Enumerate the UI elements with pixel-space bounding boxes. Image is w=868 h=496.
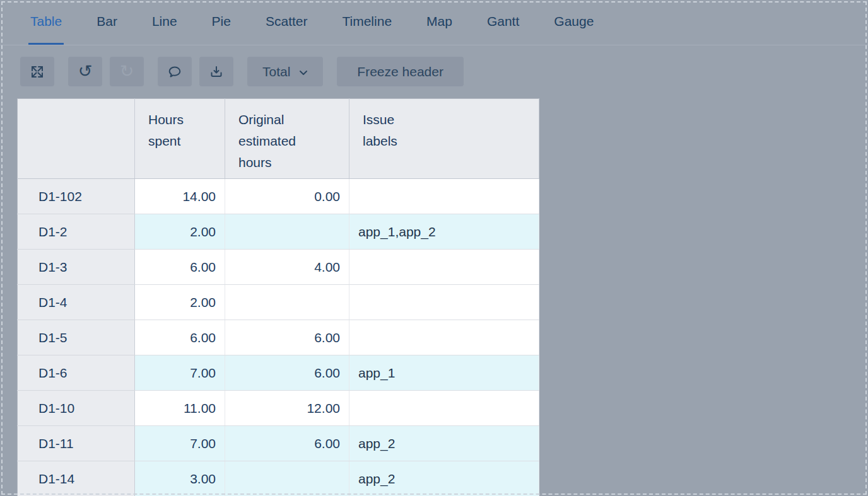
row-key-cell[interactable]: D1-10 <box>18 391 135 426</box>
issue-labels-cell[interactable] <box>349 179 539 214</box>
tab-table[interactable]: Table <box>28 0 64 45</box>
row-key-cell[interactable]: D1-4 <box>18 285 135 320</box>
column-header-issue-labels[interactable]: Issue labels <box>349 99 539 179</box>
tab-label: Timeline <box>342 14 392 29</box>
row-key-cell[interactable]: D1-2 <box>18 214 135 250</box>
tab-map[interactable]: Map <box>425 0 454 45</box>
table-row: D1-102 14.00 0.00 <box>18 179 539 214</box>
estimated-hours-cell[interactable]: 4.00 <box>225 250 349 285</box>
issue-labels-cell[interactable]: app_1 <box>349 355 539 391</box>
expand-button[interactable] <box>20 57 54 86</box>
estimated-hours-cell[interactable]: 12.00 <box>225 391 349 426</box>
estimated-hours-cell[interactable]: 6.00 <box>225 320 349 355</box>
tab-label: Line <box>152 14 177 29</box>
issue-labels-cell[interactable]: app_2 <box>349 461 539 496</box>
tab-bar[interactable]: Bar <box>95 0 119 45</box>
hours-spent-cell[interactable]: 3.00 <box>135 461 225 496</box>
estimated-hours-cell[interactable] <box>225 214 349 250</box>
table-row: D1-14 3.00 app_2 <box>18 461 539 496</box>
undo-icon: ↺ <box>78 63 93 80</box>
issue-labels-cell[interactable] <box>349 285 539 320</box>
tab-line[interactable]: Line <box>150 0 179 45</box>
tab-label: Table <box>30 14 62 29</box>
table-row: D1-6 7.00 6.00 app_1 <box>18 355 539 391</box>
redo-button[interactable]: ↻ <box>110 57 144 86</box>
tab-label: Bar <box>97 14 117 29</box>
issue-labels-cell[interactable] <box>349 320 539 355</box>
header-row: Hours spent Original estimated hours Iss… <box>18 99 539 179</box>
chevron-down-icon <box>299 70 308 76</box>
column-header-original-estimated-hours[interactable]: Original estimated hours <box>225 99 349 179</box>
issue-labels-cell[interactable] <box>349 391 539 426</box>
hours-spent-cell[interactable]: 6.00 <box>135 320 225 355</box>
table-row: D1-2 2.00 app_1,app_2 <box>18 214 539 250</box>
comment-icon <box>167 64 182 79</box>
redo-icon: ↻ <box>120 63 134 80</box>
estimated-hours-cell[interactable] <box>225 285 349 320</box>
tab-gauge[interactable]: Gauge <box>552 0 595 45</box>
report-table: Hours spent Original estimated hours Iss… <box>17 98 539 496</box>
freeze-header-label: Freeze header <box>357 64 443 79</box>
row-key-cell[interactable]: D1-6 <box>18 355 135 391</box>
tab-label: Gantt <box>487 14 519 29</box>
hours-spent-cell[interactable]: 7.00 <box>135 355 225 391</box>
row-key-cell[interactable]: D1-3 <box>18 250 135 285</box>
tab-gantt[interactable]: Gantt <box>485 0 521 45</box>
table-row: D1-10 11.00 12.00 <box>18 391 539 426</box>
tab-scatter[interactable]: Scatter <box>264 0 310 45</box>
tab-label: Scatter <box>266 14 308 29</box>
estimated-hours-cell[interactable]: 0.00 <box>225 179 349 214</box>
row-key-cell[interactable]: D1-5 <box>18 320 135 355</box>
issue-labels-cell[interactable]: app_2 <box>349 426 539 461</box>
issue-labels-cell[interactable]: app_1,app_2 <box>349 214 539 250</box>
tab-pie[interactable]: Pie <box>210 0 233 45</box>
total-dropdown-button[interactable]: Total <box>247 57 323 86</box>
download-icon <box>209 64 224 79</box>
estimated-hours-cell[interactable]: 6.00 <box>225 426 349 461</box>
row-key-cell[interactable]: D1-11 <box>18 426 135 461</box>
table-row: D1-3 6.00 4.00 <box>18 250 539 285</box>
hours-spent-cell[interactable]: 11.00 <box>135 391 225 426</box>
hours-spent-cell[interactable]: 2.00 <box>135 285 225 320</box>
column-header-rowkey[interactable] <box>18 99 135 179</box>
issue-labels-cell[interactable] <box>349 250 539 285</box>
table-row: D1-11 7.00 6.00 app_2 <box>18 426 539 461</box>
hours-spent-cell[interactable]: 7.00 <box>135 426 225 461</box>
freeze-header-button[interactable]: Freeze header <box>337 57 464 86</box>
tab-label: Pie <box>212 14 231 29</box>
table-row: D1-5 6.00 6.00 <box>18 320 539 355</box>
column-header-hours-spent[interactable]: Hours spent <box>135 99 225 179</box>
estimated-hours-cell[interactable] <box>225 461 349 496</box>
tab-label: Gauge <box>554 14 594 29</box>
table-row: D1-4 2.00 <box>18 285 539 320</box>
chart-type-tabbar: Table Bar Line Pie Scatter Timeline Map … <box>0 0 868 45</box>
comment-button[interactable] <box>158 57 192 86</box>
tab-label: Map <box>426 14 452 29</box>
tab-timeline[interactable]: Timeline <box>340 0 394 45</box>
expand-icon <box>30 64 45 79</box>
estimated-hours-cell[interactable]: 6.00 <box>225 355 349 391</box>
row-key-cell[interactable]: D1-102 <box>18 179 135 214</box>
hours-spent-cell[interactable]: 6.00 <box>135 250 225 285</box>
hours-spent-cell[interactable]: 2.00 <box>135 214 225 250</box>
undo-button[interactable]: ↺ <box>68 57 102 86</box>
total-dropdown-label: Total <box>262 64 290 79</box>
report-toolbar: ↺ ↻ Total Freeze header <box>20 57 471 86</box>
download-button[interactable] <box>199 57 233 86</box>
hours-spent-cell[interactable]: 14.00 <box>135 179 225 214</box>
row-key-cell[interactable]: D1-14 <box>18 461 135 496</box>
